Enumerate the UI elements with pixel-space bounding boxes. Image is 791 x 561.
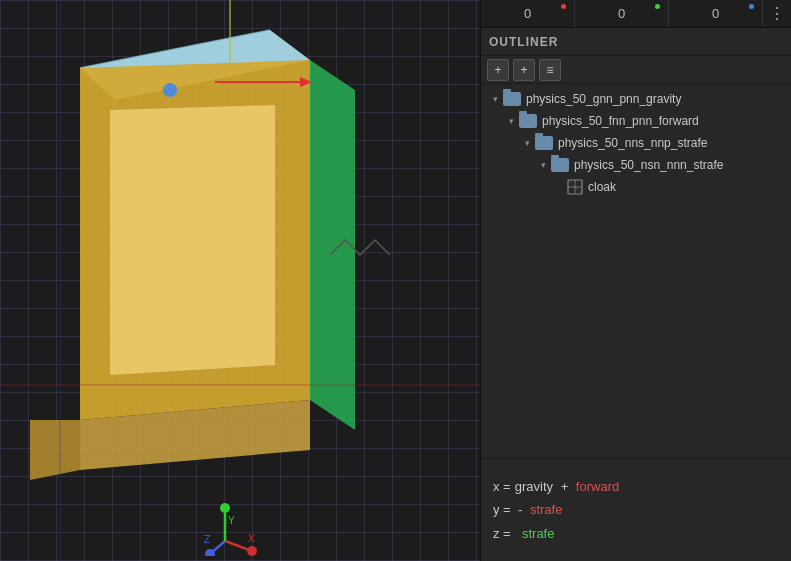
info-z-prefix: z = bbox=[493, 522, 518, 545]
dot-red bbox=[561, 4, 566, 9]
tree-item-0[interactable]: ▾ physics_50_gnn_pnn_gravity bbox=[481, 88, 791, 110]
scene-svg bbox=[0, 0, 480, 561]
add-button-2[interactable]: + bbox=[513, 59, 535, 81]
info-y-strafe: strafe bbox=[530, 498, 563, 521]
arrow-0: ▾ bbox=[487, 94, 503, 104]
outliner-title: OUTLINER bbox=[481, 28, 791, 56]
folder-icon-0 bbox=[503, 92, 521, 106]
svg-text:X: X bbox=[248, 533, 255, 544]
label-3: physics_50_nsn_nnn_strafe bbox=[574, 158, 723, 172]
svg-point-21 bbox=[220, 503, 230, 513]
filter-button[interactable]: ≡ bbox=[539, 59, 561, 81]
tree-item-cloak[interactable]: cloak bbox=[481, 176, 791, 198]
mesh-icon-cloak bbox=[567, 179, 583, 195]
tree-item-1[interactable]: ▾ physics_50_fnn_pnn_forward bbox=[481, 110, 791, 132]
add-button-1[interactable]: + bbox=[487, 59, 509, 81]
folder-icon-2 bbox=[535, 136, 553, 150]
outliner-tree: ▾ physics_50_gnn_pnn_gravity ▾ physics_5… bbox=[481, 84, 791, 458]
tree-item-3[interactable]: ▾ physics_50_nsn_nnn_strafe bbox=[481, 154, 791, 176]
arrow-1: ▾ bbox=[503, 116, 519, 126]
counter-green: 0 bbox=[575, 0, 669, 27]
label-2: physics_50_nns_nnp_strafe bbox=[558, 136, 707, 150]
tree-item-2[interactable]: ▾ physics_50_nns_nnp_strafe bbox=[481, 132, 791, 154]
info-line-y: y = - strafe bbox=[493, 498, 779, 521]
info-x-forward: forward bbox=[576, 475, 619, 498]
svg-marker-1 bbox=[310, 60, 355, 430]
info-z-strafe: strafe bbox=[522, 522, 555, 545]
arrow-cloak bbox=[551, 182, 567, 192]
viewport-3d[interactable]: Z X Y bbox=[0, 0, 480, 561]
dot-green bbox=[655, 4, 660, 9]
counter-green-value: 0 bbox=[618, 6, 625, 21]
label-0: physics_50_gnn_pnn_gravity bbox=[526, 92, 681, 106]
info-x-gravity: gravity bbox=[515, 475, 553, 498]
folder-icon-3 bbox=[551, 158, 569, 172]
info-x-plus: + bbox=[557, 475, 572, 498]
info-x-prefix: x = bbox=[493, 475, 511, 498]
arrow-2: ▾ bbox=[519, 138, 535, 148]
folder-icon-1 bbox=[519, 114, 537, 128]
svg-text:Z: Z bbox=[204, 534, 210, 545]
dot-blue bbox=[749, 4, 754, 9]
viewport-gizmo: Z X Y bbox=[190, 486, 250, 546]
counter-red-value: 0 bbox=[524, 6, 531, 21]
svg-point-18 bbox=[247, 546, 257, 556]
label-cloak: cloak bbox=[588, 180, 616, 194]
svg-marker-3 bbox=[110, 105, 275, 375]
info-section: x = gravity + forward y = - strafe z = s… bbox=[481, 458, 791, 561]
svg-text:Y: Y bbox=[228, 515, 235, 526]
outliner-panel: 0 0 0 ⋮ OUTLINER + + ≡ ▾ physics_50_gnn_… bbox=[480, 0, 791, 561]
menu-button[interactable]: ⋮ bbox=[763, 4, 791, 23]
info-line-z: z = strafe bbox=[493, 522, 779, 545]
info-y-prefix: y = - bbox=[493, 498, 526, 521]
svg-marker-4 bbox=[30, 420, 80, 480]
label-1: physics_50_fnn_pnn_forward bbox=[542, 114, 699, 128]
counter-blue-value: 0 bbox=[712, 6, 719, 21]
counter-blue: 0 bbox=[669, 0, 763, 27]
svg-point-11 bbox=[163, 83, 177, 97]
info-line-x: x = gravity + forward bbox=[493, 475, 779, 498]
counter-red: 0 bbox=[481, 0, 575, 27]
top-counters-bar: 0 0 0 ⋮ bbox=[481, 0, 791, 28]
outliner-toolbar: + + ≡ bbox=[481, 56, 791, 84]
arrow-3: ▾ bbox=[535, 160, 551, 170]
